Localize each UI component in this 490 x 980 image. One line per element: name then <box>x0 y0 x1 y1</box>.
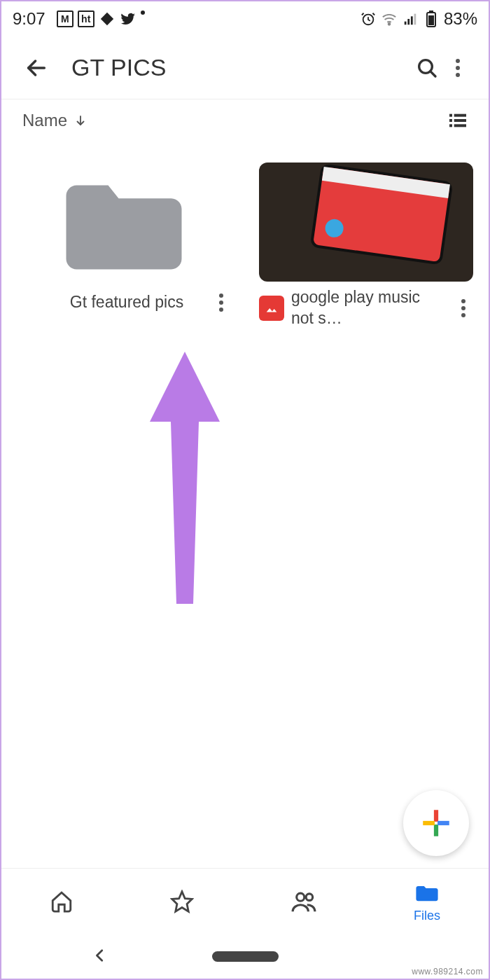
home-icon <box>50 890 74 913</box>
folder-icon <box>415 881 439 905</box>
view-toggle-button[interactable] <box>442 105 473 136</box>
search-button[interactable] <box>412 53 442 83</box>
system-home-pill[interactable] <box>212 951 279 962</box>
list-view-icon <box>447 109 469 132</box>
svg-rect-8 <box>428 15 434 25</box>
svg-point-24 <box>297 893 304 901</box>
page-title: GT PICS <box>71 54 412 81</box>
item-overflow-button[interactable] <box>211 287 231 318</box>
item-label: google play music not s… <box>291 287 447 329</box>
svg-rect-22 <box>438 821 449 825</box>
twitter-icon <box>120 11 136 27</box>
arrow-down-icon <box>74 114 87 127</box>
watermark: www.989214.com <box>412 967 483 976</box>
system-back-button[interactable] <box>92 948 108 966</box>
svg-rect-16 <box>454 119 466 122</box>
status-right: 83% <box>360 9 477 29</box>
wifi-icon <box>381 11 398 27</box>
annotation-arrow <box>150 352 220 604</box>
back-button[interactable] <box>21 53 52 83</box>
svg-rect-3 <box>407 19 410 25</box>
overflow-menu-button[interactable] <box>442 53 473 83</box>
svg-rect-13 <box>449 114 452 117</box>
grid-item-folder[interactable]: Gt featured pics <box>17 163 231 329</box>
status-left: 9:07 M ht <box>13 9 145 29</box>
nav-files[interactable]: Files <box>414 881 440 923</box>
alarm-icon <box>360 11 377 27</box>
svg-rect-21 <box>423 821 435 825</box>
people-icon <box>290 890 317 913</box>
svg-point-1 <box>388 23 391 25</box>
svg-rect-15 <box>449 119 452 122</box>
folder-icon <box>57 170 190 275</box>
status-bar: 9:07 M ht 83% <box>1 1 489 36</box>
fab-add-button[interactable] <box>403 790 469 856</box>
svg-rect-5 <box>414 14 416 25</box>
image-type-badge <box>259 296 284 321</box>
sort-row: Name <box>1 99 489 142</box>
nav-files-label: Files <box>414 909 440 923</box>
svg-rect-20 <box>434 824 438 836</box>
battery-icon <box>423 11 440 27</box>
folder-thumbnail <box>17 163 231 282</box>
bottom-nav: Files <box>1 868 489 934</box>
status-battery-pct: 83% <box>444 9 477 29</box>
svg-line-11 <box>430 71 435 76</box>
svg-rect-14 <box>454 114 466 117</box>
sort-label-text: Name <box>22 111 67 130</box>
image-thumbnail <box>259 163 473 282</box>
app-bar: GT PICS <box>1 36 489 99</box>
svg-rect-17 <box>449 124 452 127</box>
svg-rect-19 <box>434 810 438 822</box>
signal-icon <box>402 11 419 27</box>
grid-item-image[interactable]: google play music not s… <box>259 163 473 329</box>
status-time: 9:07 <box>13 9 46 29</box>
nav-home[interactable] <box>50 889 74 914</box>
plus-icon <box>419 806 454 841</box>
nav-starred[interactable] <box>170 889 194 914</box>
svg-point-25 <box>306 894 313 901</box>
more-notifications-icon <box>141 11 145 15</box>
item-label: Gt featured pics <box>49 292 204 313</box>
svg-rect-4 <box>411 16 413 25</box>
star-icon <box>170 890 194 913</box>
gmail-icon: M <box>57 11 74 27</box>
item-overflow-button[interactable] <box>454 293 473 324</box>
sort-button[interactable]: Name <box>22 111 87 130</box>
image-icon <box>264 301 279 316</box>
svg-rect-18 <box>454 124 466 127</box>
svg-marker-23 <box>172 892 192 911</box>
file-grid: Gt featured pics google play music not s… <box>1 142 489 343</box>
nav-shared[interactable] <box>290 889 317 914</box>
ht-icon: ht <box>78 11 94 27</box>
notification-icon <box>99 11 115 27</box>
svg-rect-2 <box>405 22 407 25</box>
